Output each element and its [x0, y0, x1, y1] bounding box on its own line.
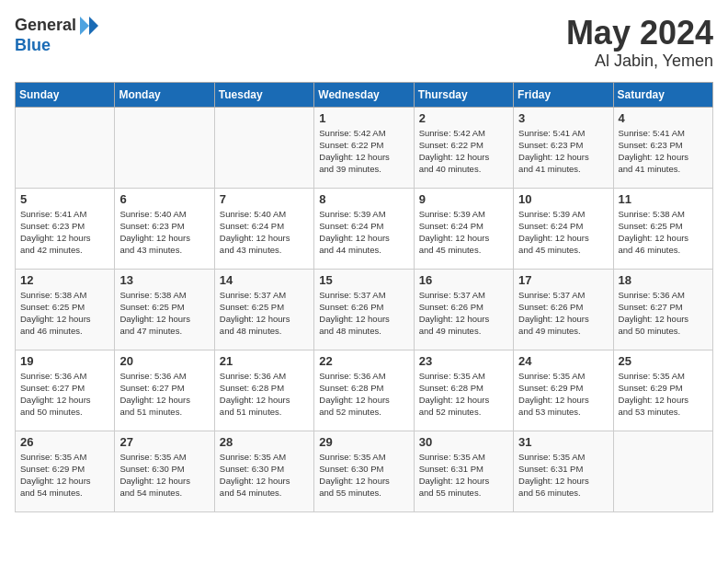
- day-info: Sunrise: 5:35 AM Sunset: 6:29 PM Dayligh…: [20, 451, 109, 500]
- location-title: Al Jabin, Yemen: [566, 52, 713, 71]
- day-cell-12: 12Sunrise: 5:38 AM Sunset: 6:25 PM Dayli…: [16, 269, 115, 350]
- header-friday: Friday: [514, 82, 613, 107]
- calendar-table: SundayMondayTuesdayWednesdayThursdayFrid…: [15, 82, 713, 512]
- day-number: 22: [319, 354, 408, 368]
- day-cell-25: 25Sunrise: 5:35 AM Sunset: 6:29 PM Dayli…: [613, 350, 712, 431]
- day-number: 9: [419, 192, 508, 206]
- day-number: 26: [20, 435, 109, 449]
- day-info: Sunrise: 5:35 AM Sunset: 6:29 PM Dayligh…: [619, 370, 708, 419]
- day-info: Sunrise: 5:42 AM Sunset: 6:22 PM Dayligh…: [319, 127, 408, 176]
- day-number: 20: [119, 354, 209, 368]
- logo-blue: Blue: [15, 37, 100, 55]
- day-info: Sunrise: 5:40 AM Sunset: 6:23 PM Dayligh…: [119, 208, 209, 257]
- empty-cell: [16, 107, 115, 188]
- day-cell-4: 4Sunrise: 5:41 AM Sunset: 6:23 PM Daylig…: [613, 107, 712, 188]
- day-info: Sunrise: 5:41 AM Sunset: 6:23 PM Dayligh…: [518, 127, 608, 176]
- calendar-header-row: SundayMondayTuesdayWednesdayThursdayFrid…: [16, 82, 713, 107]
- day-cell-8: 8Sunrise: 5:39 AM Sunset: 6:24 PM Daylig…: [314, 188, 414, 269]
- week-row-5: 26Sunrise: 5:35 AM Sunset: 6:29 PM Dayli…: [16, 431, 713, 511]
- day-number: 10: [518, 192, 608, 206]
- day-info: Sunrise: 5:37 AM Sunset: 6:26 PM Dayligh…: [419, 289, 508, 338]
- title-block: May 2024 Al Jabin, Yemen: [566, 15, 713, 71]
- logo-icon: [78, 15, 100, 37]
- day-number: 18: [619, 273, 708, 287]
- day-number: 21: [220, 354, 309, 368]
- day-info: Sunrise: 5:36 AM Sunset: 6:27 PM Dayligh…: [619, 289, 708, 338]
- day-number: 6: [119, 192, 209, 206]
- header-thursday: Thursday: [414, 82, 513, 107]
- day-cell-19: 19Sunrise: 5:36 AM Sunset: 6:27 PM Dayli…: [16, 350, 115, 431]
- day-cell-18: 18Sunrise: 5:36 AM Sunset: 6:27 PM Dayli…: [613, 269, 712, 350]
- day-number: 30: [419, 435, 508, 449]
- empty-cell: [115, 107, 214, 188]
- day-cell-13: 13Sunrise: 5:38 AM Sunset: 6:25 PM Dayli…: [115, 269, 214, 350]
- day-cell-26: 26Sunrise: 5:35 AM Sunset: 6:29 PM Dayli…: [16, 431, 115, 511]
- logo-general: General: [15, 17, 76, 35]
- day-cell-10: 10Sunrise: 5:39 AM Sunset: 6:24 PM Dayli…: [514, 188, 613, 269]
- day-info: Sunrise: 5:38 AM Sunset: 6:25 PM Dayligh…: [619, 208, 708, 257]
- day-info: Sunrise: 5:35 AM Sunset: 6:30 PM Dayligh…: [319, 451, 408, 500]
- day-cell-7: 7Sunrise: 5:40 AM Sunset: 6:24 PM Daylig…: [214, 188, 313, 269]
- day-info: Sunrise: 5:35 AM Sunset: 6:31 PM Dayligh…: [419, 451, 508, 500]
- day-cell-24: 24Sunrise: 5:35 AM Sunset: 6:29 PM Dayli…: [514, 350, 613, 431]
- day-number: 14: [220, 273, 309, 287]
- day-cell-23: 23Sunrise: 5:35 AM Sunset: 6:28 PM Dayli…: [414, 350, 513, 431]
- week-row-4: 19Sunrise: 5:36 AM Sunset: 6:27 PM Dayli…: [16, 350, 713, 431]
- day-number: 23: [419, 354, 508, 368]
- empty-cell: [214, 107, 313, 188]
- day-cell-28: 28Sunrise: 5:35 AM Sunset: 6:30 PM Dayli…: [214, 431, 313, 511]
- logo: General Blue: [15, 15, 100, 55]
- week-row-3: 12Sunrise: 5:38 AM Sunset: 6:25 PM Dayli…: [16, 269, 713, 350]
- day-cell-21: 21Sunrise: 5:36 AM Sunset: 6:28 PM Dayli…: [214, 350, 313, 431]
- day-info: Sunrise: 5:35 AM Sunset: 6:30 PM Dayligh…: [220, 451, 309, 500]
- day-info: Sunrise: 5:36 AM Sunset: 6:27 PM Dayligh…: [119, 370, 209, 419]
- day-info: Sunrise: 5:39 AM Sunset: 6:24 PM Dayligh…: [319, 208, 408, 257]
- day-cell-9: 9Sunrise: 5:39 AM Sunset: 6:24 PM Daylig…: [414, 188, 513, 269]
- day-cell-11: 11Sunrise: 5:38 AM Sunset: 6:25 PM Dayli…: [613, 188, 712, 269]
- day-info: Sunrise: 5:39 AM Sunset: 6:24 PM Dayligh…: [419, 208, 508, 257]
- day-number: 15: [319, 273, 408, 287]
- day-cell-16: 16Sunrise: 5:37 AM Sunset: 6:26 PM Dayli…: [414, 269, 513, 350]
- day-number: 24: [518, 354, 608, 368]
- week-row-1: 1Sunrise: 5:42 AM Sunset: 6:22 PM Daylig…: [16, 107, 713, 188]
- day-info: Sunrise: 5:35 AM Sunset: 6:29 PM Dayligh…: [518, 370, 608, 419]
- day-number: 29: [319, 435, 408, 449]
- day-cell-20: 20Sunrise: 5:36 AM Sunset: 6:27 PM Dayli…: [115, 350, 214, 431]
- day-number: 31: [518, 435, 608, 449]
- header-wednesday: Wednesday: [314, 82, 414, 107]
- day-cell-1: 1Sunrise: 5:42 AM Sunset: 6:22 PM Daylig…: [314, 107, 414, 188]
- day-cell-14: 14Sunrise: 5:37 AM Sunset: 6:25 PM Dayli…: [214, 269, 313, 350]
- day-cell-3: 3Sunrise: 5:41 AM Sunset: 6:23 PM Daylig…: [514, 107, 613, 188]
- day-number: 12: [20, 273, 109, 287]
- svg-marker-0: [89, 17, 98, 35]
- day-cell-15: 15Sunrise: 5:37 AM Sunset: 6:26 PM Dayli…: [314, 269, 414, 350]
- day-info: Sunrise: 5:38 AM Sunset: 6:25 PM Dayligh…: [119, 289, 209, 338]
- day-info: Sunrise: 5:36 AM Sunset: 6:28 PM Dayligh…: [319, 370, 408, 419]
- day-cell-29: 29Sunrise: 5:35 AM Sunset: 6:30 PM Dayli…: [314, 431, 414, 511]
- day-info: Sunrise: 5:37 AM Sunset: 6:26 PM Dayligh…: [319, 289, 408, 338]
- day-info: Sunrise: 5:41 AM Sunset: 6:23 PM Dayligh…: [20, 208, 109, 257]
- header-tuesday: Tuesday: [214, 82, 313, 107]
- day-number: 8: [319, 192, 408, 206]
- day-info: Sunrise: 5:39 AM Sunset: 6:24 PM Dayligh…: [518, 208, 608, 257]
- header-sunday: Sunday: [16, 82, 115, 107]
- day-info: Sunrise: 5:41 AM Sunset: 6:23 PM Dayligh…: [619, 127, 708, 176]
- day-number: 1: [319, 111, 408, 125]
- day-cell-2: 2Sunrise: 5:42 AM Sunset: 6:22 PM Daylig…: [414, 107, 513, 188]
- header-saturday: Saturday: [613, 82, 712, 107]
- month-year-title: May 2024: [566, 15, 713, 52]
- day-cell-6: 6Sunrise: 5:40 AM Sunset: 6:23 PM Daylig…: [115, 188, 214, 269]
- logo-text: General Blue: [15, 15, 100, 55]
- day-info: Sunrise: 5:35 AM Sunset: 6:28 PM Dayligh…: [419, 370, 508, 419]
- day-cell-31: 31Sunrise: 5:35 AM Sunset: 6:31 PM Dayli…: [514, 431, 613, 511]
- day-info: Sunrise: 5:36 AM Sunset: 6:27 PM Dayligh…: [20, 370, 109, 419]
- empty-cell: [613, 431, 712, 511]
- day-cell-27: 27Sunrise: 5:35 AM Sunset: 6:30 PM Dayli…: [115, 431, 214, 511]
- day-number: 25: [619, 354, 708, 368]
- day-number: 11: [619, 192, 708, 206]
- day-info: Sunrise: 5:37 AM Sunset: 6:25 PM Dayligh…: [220, 289, 309, 338]
- day-number: 27: [119, 435, 209, 449]
- day-info: Sunrise: 5:38 AM Sunset: 6:25 PM Dayligh…: [20, 289, 109, 338]
- week-row-2: 5Sunrise: 5:41 AM Sunset: 6:23 PM Daylig…: [16, 188, 713, 269]
- header-monday: Monday: [115, 82, 214, 107]
